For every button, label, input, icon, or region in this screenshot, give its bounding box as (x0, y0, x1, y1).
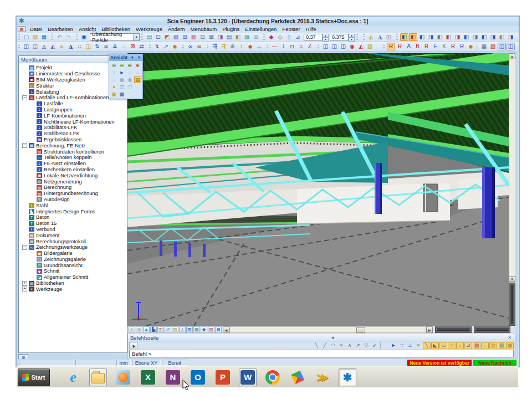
snap-mode-icon[interactable]: ▭ (439, 342, 447, 349)
expand-toggle-icon[interactable]: − (22, 143, 27, 148)
scroll-up-icon[interactable]: ▲ (509, 53, 515, 59)
scroll-left-icon[interactable]: ◀ (223, 326, 229, 333)
draw-angle-icon[interactable]: ∠ (306, 43, 314, 50)
tree-item-berechnung-fe-netz[interactable]: − ▦ Berechnung, FE-Netz (20, 142, 127, 149)
toolbar-icon[interactable]: ▦ (480, 43, 488, 50)
tree-item-bildergalerie[interactable]: ▣ Bildergalerie (20, 250, 127, 257)
value-spinner-2[interactable]: 0.375 ▲▼ (330, 34, 355, 41)
render-mode-icon[interactable]: R (396, 43, 404, 50)
new-version-badge[interactable]: Neue Version ist verfügbar (407, 360, 472, 366)
menu-item-datei[interactable]: Datei (27, 25, 45, 33)
toolbar-icon[interactable]: ◧ (234, 33, 242, 41)
view-window-icon[interactable]: ◧ (480, 33, 488, 41)
view-window-icon[interactable]: ◧ (418, 33, 426, 41)
render-mode-icon[interactable]: K (440, 43, 448, 50)
toolbar-icon[interactable]: ◮ (376, 33, 384, 41)
render-mode-icon[interactable]: R (449, 43, 457, 50)
expand-toggle-icon[interactable]: + (22, 287, 27, 291)
tree-item-zeichnungswerkzeuge[interactable]: − ∿ Zeichnungswerkzeuge (20, 244, 127, 250)
toolbar-icon[interactable]: ◬ (40, 43, 48, 50)
cursor-snap-icon[interactable]: ► (390, 342, 397, 349)
tree-item-stabilitaets-lfk[interactable]: ⇣ Stabilitäts-LFK (20, 125, 127, 131)
tree-item-lastgruppen[interactable]: ⇣ Lastgruppen (20, 107, 127, 113)
snap-icon[interactable]: ▽ (362, 342, 370, 349)
taskbar-scia-tools[interactable]: ≫ (314, 369, 331, 386)
taskbar-onenote[interactable]: N (164, 369, 182, 386)
pointer-tool-icon[interactable]: ▲ (129, 342, 137, 349)
menu-item-plugins[interactable]: Plugins (219, 25, 242, 33)
tree-item-lf-kombinationen[interactable]: ⇣ LF-Kombinationen (20, 112, 127, 119)
plane-icon[interactable]: ◭ (357, 43, 365, 50)
toolbar-icon[interactable]: ▥ (190, 33, 198, 41)
toolbar-icon[interactable]: ▤ (225, 33, 233, 41)
tree-item-fe-netz-einstellen[interactable]: ⇣ FE-Netz einstellen (20, 161, 127, 167)
viewport-tab-icon[interactable]: ▦ (193, 326, 200, 333)
tree-item-beton[interactable]: T Beton (20, 214, 127, 221)
magnifier-icon[interactable]: ◎ (126, 76, 134, 83)
menu-grid-icon[interactable]: ▦ (18, 26, 25, 32)
snap-icon[interactable]: ╲ (313, 342, 320, 349)
tree-item-allgemeiner-schnitt[interactable]: ◪ Allgemeiner Schnitt (20, 274, 127, 280)
link-icon[interactable]: ∞ (195, 43, 203, 50)
viewport-tab-icon[interactable]: ◎ (129, 326, 135, 333)
menu-item-bearbeiten[interactable]: Bearbeiten (45, 25, 76, 33)
tree-item-hintergrundberechnung[interactable]: ▥ Hintergrundberechnung (20, 191, 127, 197)
toolbar-icon[interactable]: ◮ (66, 43, 75, 50)
expand-toggle-icon[interactable]: + (22, 281, 27, 286)
clipboard-icon[interactable]: ▯ (285, 33, 293, 41)
render-mode-icon[interactable]: ◆ (467, 43, 475, 50)
undo-icon[interactable]: ↶ (55, 33, 64, 41)
viewport-tab-icon[interactable]: ▨ (172, 326, 178, 333)
taskbar-ie[interactable]: e (64, 369, 82, 386)
tree-item-nichtlineare-lfk[interactable]: ⇣ Nichtlineare LF-Kombinationen (20, 119, 127, 125)
snap-icon[interactable]: × (415, 342, 422, 349)
snap-mode-icon[interactable]: ↓ (456, 342, 464, 349)
magnifier-icon[interactable]: ◌ (110, 76, 117, 83)
new-file-icon[interactable]: ▢ (22, 33, 30, 41)
tree-item-grundrissansicht[interactable]: ◰ Grundrissansicht (20, 262, 127, 268)
tree-item-lastfaelle[interactable]: ⇣ Lastfälle (20, 101, 127, 107)
view-window-icon[interactable]: ◨ (427, 33, 435, 41)
toolbar-icon[interactable]: ⊡ (154, 33, 162, 41)
snap-mode-icon[interactable]: ╲ (423, 342, 431, 349)
toolbar-icon[interactable]: ≋ (102, 43, 110, 50)
tree-item-lokale-netzverdichtung[interactable]: ▦ Lokale Netzverdichtung (20, 172, 127, 178)
palette-menu-icon[interactable]: ▾ (131, 55, 134, 60)
snap-icon[interactable]: ◠ (329, 342, 337, 349)
snap-mode-icon[interactable]: ↔ (481, 342, 489, 349)
blank[interactable] (134, 84, 141, 90)
view-direction-icon[interactable]: ► (118, 69, 125, 76)
view-window-icon[interactable]: ◨ (453, 33, 462, 41)
toolbar-icon[interactable]: ⊟ (198, 33, 207, 41)
viewport-tab-icon[interactable]: ▧ (208, 326, 214, 333)
viewport-vscrollbar[interactable]: ▲ ▼ (509, 53, 515, 326)
palette-close-icon[interactable]: ✕ (137, 55, 141, 60)
pin-icon[interactable]: ◄ (329, 335, 336, 340)
render-mode-icon[interactable]: F (431, 43, 439, 50)
spinner-arrows[interactable]: ▲▼ (349, 34, 355, 41)
combobox-arrow-icon[interactable]: ▾ (133, 34, 139, 40)
toolbar-icon[interactable]: ▧ (172, 33, 180, 41)
toolbar-icon[interactable]: ⇊ (111, 43, 119, 50)
toolbar-icon[interactable]: ⊞ (252, 33, 260, 41)
taskbar-explorer[interactable] (89, 369, 107, 386)
snap-icon[interactable]: ∧ (346, 342, 354, 349)
taskbar-mediaplayer[interactable]: ▶ (114, 369, 132, 386)
tree-item-berechnungsprotokoll[interactable]: ▤ Berechnungsprotokoll (20, 238, 127, 244)
draw-circle-icon[interactable]: ○ (297, 43, 305, 50)
camera-icon[interactable]: ◫ (126, 84, 134, 90)
zoom-in-icon[interactable]: ⊕ (110, 62, 117, 69)
rotate-view-icon[interactable]: ◌ (134, 69, 141, 76)
view-window-icon[interactable]: ◧ (409, 33, 417, 41)
tree-item-verbund[interactable]: T Verbund (20, 227, 127, 233)
viewport-tab-icon[interactable]: ◫ (157, 326, 164, 333)
eye-icon[interactable]: ◉ (348, 43, 356, 50)
tree-item-stahl[interactable]: I Stahl (20, 202, 127, 208)
draw-line-icon[interactable]: — (270, 43, 279, 50)
toolbar-icon[interactable]: ↔ (255, 43, 263, 50)
render-mode-icon[interactable]: R (387, 43, 395, 50)
view-window-icon[interactable]: ◧ (400, 33, 408, 41)
ortho-icon[interactable]: ⊥ (406, 342, 414, 349)
zoom-selection-icon[interactable]: ⊕ (134, 62, 141, 69)
snap-icon[interactable]: × (337, 342, 345, 349)
